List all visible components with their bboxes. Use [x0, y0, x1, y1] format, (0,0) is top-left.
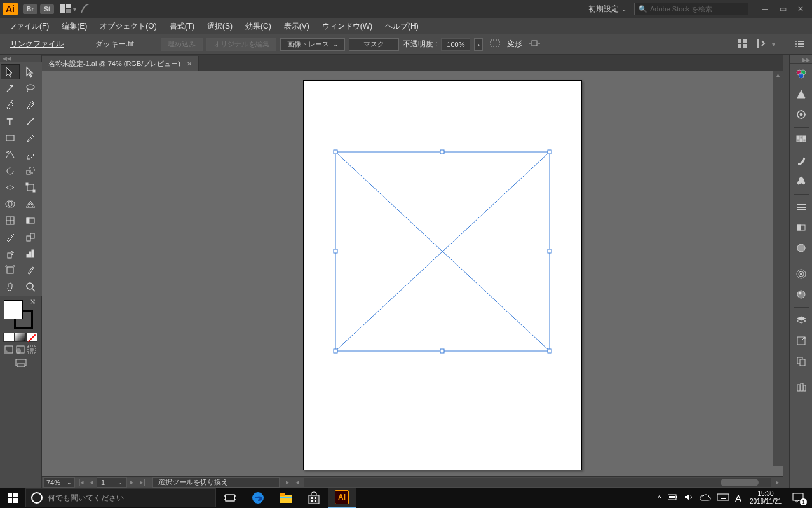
panel-option-icon-1[interactable] [735, 39, 749, 50]
edge-taskbar-icon[interactable] [244, 488, 272, 508]
brushes-panel-icon[interactable] [792, 152, 810, 170]
stroke-panel-icon[interactable] [792, 198, 810, 216]
horizontal-scrollbar[interactable] [304, 478, 771, 487]
arrange-documents-icon[interactable] [60, 4, 71, 15]
tray-power-icon[interactable] [668, 493, 678, 503]
scroll-left-icon[interactable]: ◂ [292, 478, 302, 486]
menu-window[interactable]: ウィンドウ(W) [316, 19, 379, 34]
free-transform-tool[interactable] [21, 180, 40, 195]
panel-menu-icon[interactable] [793, 39, 807, 50]
bridge-button[interactable]: Br [23, 4, 37, 14]
tray-ime-icon[interactable]: A [735, 493, 741, 504]
rotate-tool[interactable] [1, 163, 20, 179]
draw-inside[interactable] [26, 345, 37, 354]
perspective-grid-tool[interactable] [21, 196, 40, 212]
stock-search-input[interactable]: 🔍 Adobe Stock を検索 [634, 3, 748, 15]
tray-onedrive-icon[interactable] [700, 493, 711, 503]
artboards-panel-icon[interactable] [792, 352, 810, 370]
artboard-tool[interactable] [1, 263, 20, 278]
symbol-sprayer-tool[interactable] [1, 246, 20, 261]
opacity-more-button[interactable]: › [474, 38, 483, 51]
transform-label[interactable]: 変形 [507, 39, 522, 50]
embed-button[interactable]: 埋め込み [161, 38, 203, 51]
dock-collapse-icon[interactable]: ▶▶ [790, 57, 812, 64]
task-view-button[interactable] [216, 488, 244, 508]
scroll-up-icon[interactable]: ▴ [773, 71, 783, 80]
chevron-down-icon[interactable]: ▾ [73, 6, 76, 13]
isolate-icon[interactable] [526, 39, 543, 50]
lasso-tool[interactable] [21, 81, 40, 96]
close-button[interactable]: ✕ [792, 3, 809, 15]
magic-wand-tool[interactable] [1, 81, 20, 96]
tray-chevron-icon[interactable]: ^ [658, 493, 661, 503]
fill-stroke-swatch[interactable]: ⤮ [0, 296, 39, 331]
draw-behind[interactable] [15, 345, 26, 354]
prev-artboard-icon[interactable]: ◂ [86, 478, 97, 486]
swap-fill-stroke-icon[interactable]: ⤮ [30, 298, 36, 306]
canvas[interactable]: ▴ [42, 71, 783, 476]
align-icon[interactable] [487, 39, 503, 50]
swatches-panel-icon[interactable] [792, 132, 810, 149]
color-guide-panel-icon[interactable] [792, 85, 810, 103]
direct-selection-tool[interactable] [21, 64, 40, 79]
draw-normal[interactable] [3, 345, 15, 354]
menu-file[interactable]: ファイル(F) [3, 19, 55, 34]
menu-select[interactable]: 選択(S) [201, 19, 239, 34]
appearance-panel-icon[interactable] [792, 265, 810, 283]
scroll-right-icon[interactable]: ▸ [286, 478, 290, 486]
tray-keyboard-icon[interactable] [717, 493, 729, 503]
shape-builder-tool[interactable] [1, 196, 20, 212]
layers-panel-icon[interactable] [792, 312, 810, 329]
edit-original-button[interactable]: オリジナルを編集 [206, 38, 276, 51]
pen-tool[interactable] [1, 97, 20, 113]
scroll-right-end-icon[interactable]: ▸ [773, 478, 783, 486]
color-mode-solid[interactable] [3, 333, 15, 342]
line-tool[interactable] [21, 114, 40, 129]
linked-file-name[interactable]: ダッキー.tif [95, 39, 134, 50]
slice-tool[interactable] [21, 263, 40, 278]
menu-type[interactable]: 書式(T) [163, 19, 201, 34]
eyedropper-tool[interactable] [1, 230, 20, 245]
eraser-tool[interactable] [21, 147, 40, 162]
toolbox-collapse-icon[interactable]: ◀◀ [0, 55, 41, 62]
workspace-switcher[interactable]: 初期設定 ⌄ [588, 4, 626, 15]
color-mode-none[interactable] [26, 333, 37, 342]
vertical-scrollbar[interactable]: ▴ [773, 71, 783, 466]
start-button[interactable] [0, 488, 25, 508]
transparency-panel-icon[interactable] [792, 239, 810, 257]
menu-edit[interactable]: 編集(E) [55, 19, 93, 34]
menu-object[interactable]: オブジェクト(O) [93, 19, 163, 34]
rectangle-tool[interactable] [1, 130, 20, 146]
minimize-button[interactable]: ─ [756, 3, 774, 15]
paintbrush-tool[interactable] [21, 130, 40, 146]
zoom-tool[interactable] [21, 279, 40, 294]
color-panel-icon[interactable] [792, 65, 810, 83]
scale-tool[interactable] [21, 163, 40, 179]
chevron-down-icon[interactable]: ▾ [772, 41, 775, 48]
menu-effect[interactable]: 効果(C) [239, 19, 278, 34]
tray-clock[interactable]: 15:30 2016/11/21 [745, 490, 787, 505]
maximize-button[interactable]: ▭ [774, 3, 792, 15]
action-center-icon[interactable]: 1 [787, 488, 809, 508]
asset-export-panel-icon[interactable] [792, 332, 810, 350]
symbols-panel-icon[interactable] [792, 172, 810, 190]
first-artboard-icon[interactable]: |◂ [76, 478, 86, 486]
illustrator-taskbar-icon[interactable]: Ai [328, 488, 356, 508]
artboard-number[interactable]: 1 ⌄ [97, 477, 127, 488]
color-mode-gradient[interactable] [15, 333, 26, 342]
column-graph-tool[interactable] [21, 246, 40, 261]
hand-tool[interactable] [1, 279, 20, 294]
opacity-value[interactable]: 100% [441, 38, 470, 51]
gradient-panel-icon[interactable] [792, 219, 810, 237]
tray-volume-icon[interactable] [684, 493, 693, 504]
screen-mode-button[interactable] [0, 355, 41, 371]
gpu-performance-icon[interactable] [80, 4, 90, 15]
menu-help[interactable]: ヘルプ(H) [379, 19, 425, 34]
close-icon[interactable]: ✕ [187, 60, 192, 67]
blend-tool[interactable] [21, 230, 40, 245]
curvature-tool[interactable] [21, 97, 40, 113]
mesh-tool[interactable] [1, 213, 20, 228]
shaper-tool[interactable] [1, 147, 20, 162]
stock-button[interactable]: St [40, 4, 54, 14]
menu-view[interactable]: 表示(V) [278, 19, 316, 34]
